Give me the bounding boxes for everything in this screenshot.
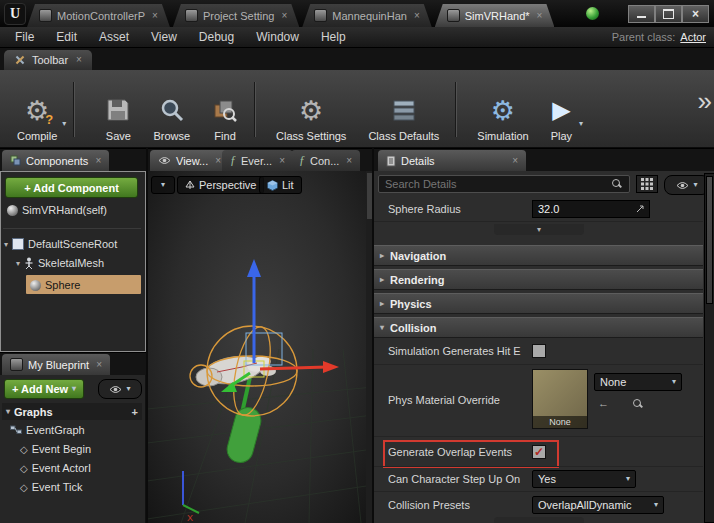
perspective-button[interactable]: Perspective: [177, 176, 264, 194]
phys-material-dropdown[interactable]: None: [594, 373, 682, 391]
browse-asset-icon[interactable]: [633, 399, 643, 409]
source-control-icon[interactable]: [586, 7, 599, 20]
blueprint-doc-icon: [447, 9, 460, 22]
add-component-button[interactable]: + Add Component: [5, 177, 138, 198]
list-item-event-begin[interactable]: Event Begin: [20, 443, 91, 455]
play-button[interactable]: Play: [540, 74, 583, 145]
visibility-filter-button[interactable]: [98, 379, 142, 399]
compile-dropdown-icon[interactable]: [62, 120, 66, 145]
tab-my-blueprint[interactable]: My Blueprint: [2, 354, 110, 375]
my-blueprint-panel: + Add New Graphs + EventGraph Event Begi…: [0, 375, 146, 523]
row-divider: [374, 364, 703, 365]
graphs-label: Graphs: [14, 406, 53, 418]
phys-material-value: None: [600, 376, 626, 388]
viewport-3d-scene[interactable]: X: [147, 171, 373, 523]
close-icon[interactable]: [414, 11, 420, 21]
asset-tab-label: MotionControllerP: [57, 10, 145, 22]
asset-tab-project-settings[interactable]: Project Setting: [173, 4, 299, 27]
find-button[interactable]: Find: [201, 74, 249, 145]
chevron-down-icon: [126, 385, 130, 393]
class-defaults-icon: [391, 97, 417, 123]
expander-icon[interactable]: [16, 259, 20, 268]
menu-debug[interactable]: Debug: [188, 28, 245, 46]
close-icon[interactable]: [76, 55, 82, 65]
blueprint-doc-icon: [10, 358, 23, 371]
close-icon[interactable]: [281, 11, 287, 21]
phys-material-label: Phys Material Override: [388, 394, 500, 406]
lit-mode-button[interactable]: Lit: [259, 176, 302, 194]
tab-components[interactable]: Components: [2, 150, 109, 171]
class-defaults-button[interactable]: Class Defaults: [357, 74, 450, 145]
menu-window[interactable]: Window: [245, 28, 310, 46]
tree-item-skeletal-mesh[interactable]: SkeletalMesh: [16, 257, 104, 269]
save-button[interactable]: Save: [94, 74, 142, 145]
viewport-canvas[interactable]: X Perspective Lit: [147, 171, 373, 523]
toolbar-overflow-icon[interactable]: [698, 86, 708, 117]
list-item-event-actor[interactable]: Event ActorI: [20, 462, 91, 474]
tree-item-self[interactable]: SimVRHand(self): [7, 204, 107, 216]
parent-class-link[interactable]: Actor: [680, 31, 706, 43]
class-settings-button[interactable]: Class Settings: [265, 74, 357, 145]
splitter[interactable]: [146, 148, 148, 523]
category-navigation[interactable]: Navigation: [374, 245, 703, 266]
search-details-input[interactable]: [378, 175, 630, 193]
use-selected-asset-icon[interactable]: ←: [598, 397, 609, 409]
play-dropdown-icon[interactable]: [579, 120, 583, 145]
tree-item-label: SkeletalMesh: [38, 257, 104, 269]
sim-hit-checkbox[interactable]: [532, 344, 546, 358]
asset-tab-motioncontroller[interactable]: MotionControllerP: [27, 4, 170, 27]
close-button[interactable]: [682, 5, 709, 23]
collision-presets-dropdown[interactable]: OverlapAllDynamic: [532, 496, 664, 514]
category-physics[interactable]: Physics: [374, 293, 703, 314]
add-new-button[interactable]: + Add New: [4, 379, 84, 399]
overlap-checkbox[interactable]: ✓: [532, 445, 546, 459]
display-mode-button[interactable]: [636, 175, 658, 193]
asset-tab-mannequinhand[interactable]: MannequinHan: [302, 4, 431, 27]
tree-item-label: SimVRHand(self): [22, 204, 107, 216]
menu-help[interactable]: Help: [310, 28, 357, 46]
sphere-radius-field[interactable]: 32.0: [532, 200, 650, 218]
expander-icon[interactable]: [6, 407, 10, 416]
event-icon: [20, 482, 28, 493]
minimize-button[interactable]: [628, 5, 655, 23]
details-scrollbar-thumb[interactable]: [706, 176, 713, 304]
advanced-expander[interactable]: [494, 224, 584, 235]
toolbar-tab[interactable]: Toolbar: [4, 50, 92, 70]
details-body: Sphere Radius 32.0 Navigation Rendering …: [373, 171, 714, 523]
step-up-dropdown[interactable]: Yes: [532, 470, 636, 488]
close-icon[interactable]: [537, 11, 543, 21]
details-scrollbar[interactable]: [704, 173, 714, 523]
blueprint-doc-icon: [39, 9, 52, 22]
close-icon[interactable]: [152, 11, 158, 21]
drag-corner-icon[interactable]: [636, 205, 644, 213]
category-rendering[interactable]: Rendering: [374, 269, 703, 290]
tree-item-sphere-selected[interactable]: Sphere: [26, 275, 141, 294]
list-item-eventgraph[interactable]: EventGraph: [10, 424, 85, 436]
category-collision[interactable]: Collision: [374, 317, 703, 338]
menu-edit[interactable]: Edit: [45, 28, 88, 46]
list-item-event-tick[interactable]: Event Tick: [20, 481, 82, 493]
section-expander[interactable]: [494, 517, 584, 523]
add-graph-icon[interactable]: +: [132, 406, 138, 418]
close-icon[interactable]: [96, 360, 102, 370]
splitter[interactable]: [372, 148, 374, 523]
simulation-button[interactable]: Simulation: [466, 74, 539, 145]
viewport-options-button[interactable]: [151, 176, 175, 194]
menu-asset[interactable]: Asset: [88, 28, 140, 46]
asset-tab-simvrhand[interactable]: SimVRHand*: [435, 4, 555, 27]
menu-view[interactable]: View: [140, 28, 188, 46]
close-icon: [692, 8, 699, 20]
unreal-logo-icon: U: [4, 3, 26, 25]
close-icon[interactable]: [95, 156, 101, 166]
maximize-button[interactable]: [655, 5, 682, 23]
asset-tab-bar: MotionControllerP Project Setting Manneq…: [27, 4, 554, 27]
expander-icon: [380, 251, 384, 260]
compile-button[interactable]: Compile: [6, 74, 68, 145]
toolbar-tab-label: Toolbar: [32, 54, 68, 66]
expander-icon[interactable]: [4, 240, 8, 249]
phys-material-thumbnail[interactable]: None: [532, 369, 588, 429]
menu-file[interactable]: File: [4, 28, 45, 46]
tree-item-scene-root[interactable]: DefaultSceneRoot: [4, 238, 117, 250]
graphs-section-header[interactable]: Graphs +: [2, 403, 142, 420]
browse-button[interactable]: Browse: [142, 74, 201, 145]
